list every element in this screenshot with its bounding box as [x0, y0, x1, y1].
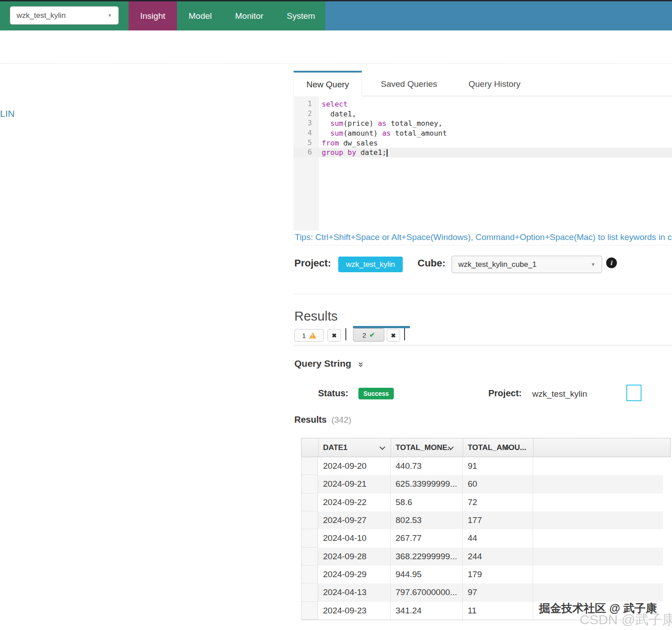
line-number: 6: [293, 148, 319, 158]
row-filler: [533, 583, 663, 601]
row-gutter: [301, 602, 318, 620]
nav-insight[interactable]: Insight: [129, 1, 177, 30]
top-navbar: wzk_test_kylin ▼ InsightModelMonitorSyst…: [0, 0, 672, 30]
info-icon[interactable]: i: [606, 257, 617, 268]
collapse-double-chevron-icon[interactable]: »: [356, 362, 367, 367]
row-filler: [533, 493, 663, 511]
date1-cell: 2024-09-27: [318, 511, 391, 529]
column-header-total-mone[interactable]: TOTAL_MONE..: [391, 438, 463, 457]
close-result-tab-2-button[interactable]: ✖: [387, 329, 400, 342]
total-money-cell: 802.53: [391, 511, 463, 529]
total-money-cell: 625.33999999...: [391, 475, 463, 493]
total-amount-cell: 72: [463, 493, 533, 511]
code-text: select: [319, 99, 348, 109]
list-view-icon[interactable]: [626, 385, 642, 401]
total-money-cell: 944.95: [391, 566, 463, 583]
result-tab-1[interactable]: 1 !: [294, 329, 324, 342]
row-gutter: [301, 566, 318, 583]
row-gutter: [301, 548, 318, 566]
column-header-total-amou-[interactable]: TOTAL_AMOU...: [463, 438, 534, 457]
cube-select-dropdown[interactable]: wzk_test_kylin_cube_1 ▼: [452, 256, 602, 273]
column-header-date1[interactable]: DATE1: [319, 438, 391, 457]
close-result-tab-1-button[interactable]: ✖: [327, 329, 341, 342]
total-amount-cell: 91: [463, 457, 533, 475]
status-label: Status:: [318, 388, 349, 399]
project-button[interactable]: wzk_test_kylin: [338, 257, 403, 272]
chevron-down-icon: ▼: [108, 13, 112, 18]
line-number: 4: [293, 129, 319, 138]
result-tabs: 1 ! ✖ 2 ✔ ✖: [293, 325, 672, 346]
date1-cell: 2024-09-20: [318, 457, 391, 475]
table-row[interactable]: 2024-09-21625.33999999...60: [301, 475, 663, 493]
row-filler: [533, 529, 663, 547]
column-header-label: TOTAL_AMOU...: [468, 443, 526, 452]
tabs-bottom-border: [293, 345, 672, 346]
tab-query-history[interactable]: Query History: [456, 71, 533, 96]
result-tab-2-label: 2: [362, 331, 366, 339]
total-amount-cell: 97: [463, 583, 533, 601]
total-money-cell: 267.77: [391, 529, 463, 547]
result-tab-1-label: 1: [302, 332, 306, 339]
row-gutter: [301, 457, 318, 475]
date1-cell: 2024-09-29: [318, 566, 391, 583]
cube-select-value: wzk_test_kylin_cube_1: [458, 260, 537, 269]
results-title: Results: [294, 309, 338, 324]
date1-cell: 2024-04-10: [318, 529, 391, 547]
code-lines: 1select2 date1,3 sum(price) as total_mon…: [293, 99, 672, 158]
nav-model[interactable]: Model: [177, 1, 224, 30]
row-filler: [533, 475, 663, 493]
code-line-1[interactable]: 1select: [293, 99, 672, 109]
dotted-separator: [293, 294, 672, 294]
total-money-cell: 341.24: [391, 602, 463, 620]
row-filler: [533, 566, 663, 583]
code-line-6[interactable]: 6group by date1;: [293, 148, 672, 158]
line-number: 3: [293, 119, 319, 129]
total-amount-cell: 177: [463, 511, 533, 529]
nav-monitor[interactable]: Monitor: [224, 1, 275, 30]
code-line-3[interactable]: 3 sum(price) as total_money,: [293, 119, 672, 129]
total-money-cell: 368.22999999...: [391, 548, 463, 566]
results-grid: DATE1TOTAL_MONE..TOTAL_AMOU... 2024-09-2…: [301, 438, 671, 620]
table-row[interactable]: 2024-04-13797.67000000...97: [301, 583, 663, 601]
editor-tips: Tips: Ctrl+Shift+Space or Alt+Space(Wind…: [293, 231, 672, 245]
date1-cell: 2024-09-21: [318, 475, 391, 493]
table-row[interactable]: 2024-04-10267.7744: [301, 529, 663, 547]
query-string-label: Query String: [294, 358, 351, 369]
total-money-cell: 797.67000000...: [391, 583, 463, 601]
tab-new-query[interactable]: New Query: [293, 71, 362, 96]
sql-editor[interactable]: 1select2 date1,3 sum(price) as total_mon…: [293, 96, 672, 231]
total-money-cell: 440.73: [391, 457, 463, 475]
dotted-separator: [0, 63, 672, 64]
column-header-label: TOTAL_MONE: [396, 443, 448, 452]
line-number: 5: [293, 138, 319, 148]
row-gutter: [301, 493, 318, 511]
code-line-4[interactable]: 4 sum(amount) as total_amount: [293, 129, 672, 138]
code-line-5[interactable]: 5from dw_sales: [293, 138, 672, 148]
table-row[interactable]: 2024-09-27802.53177: [301, 511, 663, 529]
text-cursor: [387, 149, 388, 157]
sort-chevron-icon[interactable]: [379, 444, 385, 450]
nav-system[interactable]: System: [275, 1, 327, 30]
success-check-icon: ✔: [369, 331, 375, 339]
code-text: group by date1;: [319, 148, 388, 158]
table-row[interactable]: 2024-09-2258.672: [301, 493, 663, 511]
table-row[interactable]: 2024-09-28368.22999999...244: [301, 548, 663, 566]
table-row[interactable]: 2024-09-20440.7391: [301, 457, 663, 475]
query-string-row[interactable]: Query String »: [294, 358, 364, 370]
total-amount-cell: 244: [463, 548, 533, 566]
grid-header-gutter: [302, 438, 319, 457]
project-label: Project:: [488, 388, 521, 399]
code-text: sum(price) as total_money,: [319, 119, 443, 129]
table-row[interactable]: 2024-09-29944.95179: [301, 566, 663, 583]
tab-saved-queries[interactable]: Saved Queries: [368, 71, 450, 96]
code-text: from dw_sales: [319, 138, 378, 148]
grid-body: 2024-09-20440.73912024-09-21625.33999999…: [301, 457, 663, 620]
row-filler: [533, 457, 663, 475]
status-row: Status: Success Project: wzk_test_kylin: [293, 386, 672, 404]
date1-cell: 2024-09-22: [318, 493, 391, 511]
total-amount-cell: 11: [463, 602, 533, 620]
project-select-dropdown[interactable]: wzk_test_kylin ▼: [10, 6, 119, 25]
code-line-2[interactable]: 2 date1,: [293, 109, 672, 119]
result-tab-2[interactable]: 2 ✔: [353, 328, 384, 342]
grid-header-filler: [534, 438, 670, 457]
